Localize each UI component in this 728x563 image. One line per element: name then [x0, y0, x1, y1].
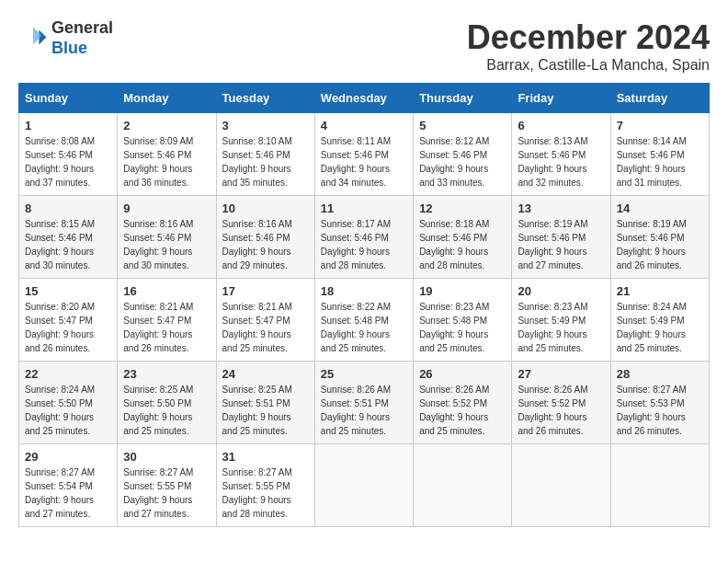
- day-number: 9: [123, 201, 210, 215]
- day-info: Sunrise: 8:25 AMSunset: 5:51 PMDaylight:…: [222, 383, 309, 438]
- calendar-cell: 5Sunrise: 8:12 AMSunset: 5:46 PMDaylight…: [414, 113, 512, 196]
- calendar-week-row: 8Sunrise: 8:15 AMSunset: 5:46 PMDaylight…: [19, 196, 710, 279]
- day-info: Sunrise: 8:19 AMSunset: 5:46 PMDaylight:…: [518, 217, 604, 272]
- day-info: Sunrise: 8:25 AMSunset: 5:50 PMDaylight:…: [123, 383, 210, 438]
- day-number: 22: [25, 367, 111, 381]
- calendar-body: 1Sunrise: 8:08 AMSunset: 5:46 PMDaylight…: [19, 113, 710, 527]
- day-number: 5: [419, 119, 506, 132]
- weekday-header-wednesday: Wednesday: [314, 84, 413, 113]
- calendar-cell: 24Sunrise: 8:25 AMSunset: 5:51 PMDayligh…: [216, 362, 314, 444]
- day-info: Sunrise: 8:26 AMSunset: 5:51 PMDaylight:…: [321, 383, 407, 438]
- day-number: 26: [419, 367, 506, 381]
- day-number: 14: [617, 201, 703, 215]
- day-number: 25: [321, 367, 407, 381]
- logo-text: General Blue: [51, 18, 113, 58]
- weekday-header-sunday: Sunday: [19, 84, 118, 113]
- calendar-cell: 30Sunrise: 8:27 AMSunset: 5:55 PMDayligh…: [118, 444, 216, 527]
- day-info: Sunrise: 8:22 AMSunset: 5:48 PMDaylight:…: [321, 300, 407, 355]
- calendar-cell: 27Sunrise: 8:26 AMSunset: 5:52 PMDayligh…: [512, 362, 610, 444]
- day-number: 8: [25, 201, 111, 215]
- calendar-header-row: SundayMondayTuesdayWednesdayThursdayFrid…: [19, 84, 710, 113]
- day-number: 30: [123, 450, 210, 464]
- calendar-cell: [414, 444, 512, 527]
- day-number: 28: [617, 367, 703, 381]
- day-number: 1: [25, 119, 111, 132]
- day-number: 23: [123, 367, 210, 381]
- calendar-cell: 22Sunrise: 8:24 AMSunset: 5:50 PMDayligh…: [19, 362, 118, 444]
- calendar-cell: 2Sunrise: 8:09 AMSunset: 5:46 PMDaylight…: [118, 113, 216, 196]
- calendar-cell: 18Sunrise: 8:22 AMSunset: 5:48 PMDayligh…: [314, 279, 413, 362]
- day-number: 31: [222, 450, 309, 464]
- calendar-cell: 29Sunrise: 8:27 AMSunset: 5:54 PMDayligh…: [19, 444, 118, 527]
- day-number: 16: [123, 284, 210, 298]
- day-info: Sunrise: 8:21 AMSunset: 5:47 PMDaylight:…: [222, 300, 309, 355]
- calendar-week-row: 29Sunrise: 8:27 AMSunset: 5:54 PMDayligh…: [19, 444, 710, 527]
- calendar-cell: 6Sunrise: 8:13 AMSunset: 5:46 PMDaylight…: [512, 113, 610, 196]
- day-info: Sunrise: 8:23 AMSunset: 5:49 PMDaylight:…: [518, 300, 604, 355]
- day-info: Sunrise: 8:23 AMSunset: 5:48 PMDaylight:…: [419, 300, 506, 355]
- calendar-cell: 12Sunrise: 8:18 AMSunset: 5:46 PMDayligh…: [414, 196, 512, 279]
- day-info: Sunrise: 8:13 AMSunset: 5:46 PMDaylight:…: [518, 134, 604, 190]
- calendar-cell: 11Sunrise: 8:17 AMSunset: 5:46 PMDayligh…: [314, 196, 413, 279]
- day-info: Sunrise: 8:12 AMSunset: 5:46 PMDaylight:…: [419, 134, 506, 190]
- day-number: 21: [617, 284, 703, 298]
- calendar-cell: 15Sunrise: 8:20 AMSunset: 5:47 PMDayligh…: [19, 279, 118, 362]
- day-info: Sunrise: 8:11 AMSunset: 5:46 PMDaylight:…: [321, 134, 407, 190]
- day-info: Sunrise: 8:16 AMSunset: 5:46 PMDaylight:…: [222, 217, 309, 272]
- day-info: Sunrise: 8:26 AMSunset: 5:52 PMDaylight:…: [419, 383, 506, 438]
- calendar-week-row: 15Sunrise: 8:20 AMSunset: 5:47 PMDayligh…: [19, 279, 710, 362]
- calendar-cell: 3Sunrise: 8:10 AMSunset: 5:46 PMDaylight…: [216, 113, 314, 196]
- calendar-cell: [314, 444, 413, 527]
- calendar-cell: 9Sunrise: 8:16 AMSunset: 5:46 PMDaylight…: [118, 196, 216, 279]
- day-number: 6: [518, 119, 604, 132]
- logo: General Blue: [18, 18, 113, 58]
- calendar-cell: 13Sunrise: 8:19 AMSunset: 5:46 PMDayligh…: [512, 196, 610, 279]
- day-info: Sunrise: 8:21 AMSunset: 5:47 PMDaylight:…: [123, 300, 210, 355]
- calendar-cell: 4Sunrise: 8:11 AMSunset: 5:46 PMDaylight…: [314, 113, 413, 196]
- header: General Blue December 2024 Barrax, Casti…: [18, 18, 710, 74]
- calendar-cell: 8Sunrise: 8:15 AMSunset: 5:46 PMDaylight…: [19, 196, 118, 279]
- calendar-cell: 10Sunrise: 8:16 AMSunset: 5:46 PMDayligh…: [216, 196, 314, 279]
- calendar-cell: 1Sunrise: 8:08 AMSunset: 5:46 PMDaylight…: [19, 113, 118, 196]
- day-number: 18: [321, 284, 407, 298]
- location-title: Barrax, Castille-La Mancha, Spain: [467, 57, 710, 74]
- logo-icon: [18, 24, 48, 53]
- day-number: 10: [222, 201, 309, 215]
- calendar-cell: 14Sunrise: 8:19 AMSunset: 5:46 PMDayligh…: [610, 196, 709, 279]
- weekday-header-tuesday: Tuesday: [216, 84, 314, 113]
- day-number: 17: [222, 284, 309, 298]
- calendar-cell: 25Sunrise: 8:26 AMSunset: 5:51 PMDayligh…: [314, 362, 413, 444]
- day-number: 19: [419, 284, 506, 298]
- calendar-cell: 20Sunrise: 8:23 AMSunset: 5:49 PMDayligh…: [512, 279, 610, 362]
- calendar-cell: 19Sunrise: 8:23 AMSunset: 5:48 PMDayligh…: [414, 279, 512, 362]
- day-info: Sunrise: 8:16 AMSunset: 5:46 PMDaylight:…: [123, 217, 210, 272]
- day-info: Sunrise: 8:27 AMSunset: 5:53 PMDaylight:…: [617, 383, 703, 438]
- day-info: Sunrise: 8:15 AMSunset: 5:46 PMDaylight:…: [25, 217, 111, 272]
- calendar-week-row: 22Sunrise: 8:24 AMSunset: 5:50 PMDayligh…: [19, 362, 710, 444]
- day-info: Sunrise: 8:14 AMSunset: 5:46 PMDaylight:…: [617, 134, 703, 190]
- calendar-cell: [610, 444, 709, 527]
- day-info: Sunrise: 8:09 AMSunset: 5:46 PMDaylight:…: [123, 134, 210, 190]
- day-info: Sunrise: 8:10 AMSunset: 5:46 PMDaylight:…: [222, 134, 309, 190]
- month-title: December 2024: [467, 18, 710, 57]
- day-info: Sunrise: 8:24 AMSunset: 5:50 PMDaylight:…: [25, 383, 111, 438]
- day-number: 15: [25, 284, 111, 298]
- calendar-cell: [512, 444, 610, 527]
- calendar-cell: 26Sunrise: 8:26 AMSunset: 5:52 PMDayligh…: [414, 362, 512, 444]
- weekday-header-saturday: Saturday: [610, 84, 709, 113]
- calendar-cell: 31Sunrise: 8:27 AMSunset: 5:55 PMDayligh…: [216, 444, 314, 527]
- day-info: Sunrise: 8:27 AMSunset: 5:55 PMDaylight:…: [222, 465, 309, 521]
- day-number: 24: [222, 367, 309, 381]
- title-section: December 2024 Barrax, Castille-La Mancha…: [467, 18, 710, 74]
- weekday-header-thursday: Thursday: [414, 84, 512, 113]
- day-number: 3: [222, 119, 309, 132]
- day-info: Sunrise: 8:24 AMSunset: 5:49 PMDaylight:…: [617, 300, 703, 355]
- calendar-cell: 23Sunrise: 8:25 AMSunset: 5:50 PMDayligh…: [118, 362, 216, 444]
- day-number: 7: [617, 119, 703, 132]
- day-number: 29: [25, 450, 111, 464]
- day-number: 20: [518, 284, 604, 298]
- calendar-week-row: 1Sunrise: 8:08 AMSunset: 5:46 PMDaylight…: [19, 113, 710, 196]
- day-info: Sunrise: 8:27 AMSunset: 5:55 PMDaylight:…: [123, 465, 210, 521]
- day-info: Sunrise: 8:20 AMSunset: 5:47 PMDaylight:…: [25, 300, 111, 355]
- calendar-cell: 28Sunrise: 8:27 AMSunset: 5:53 PMDayligh…: [610, 362, 709, 444]
